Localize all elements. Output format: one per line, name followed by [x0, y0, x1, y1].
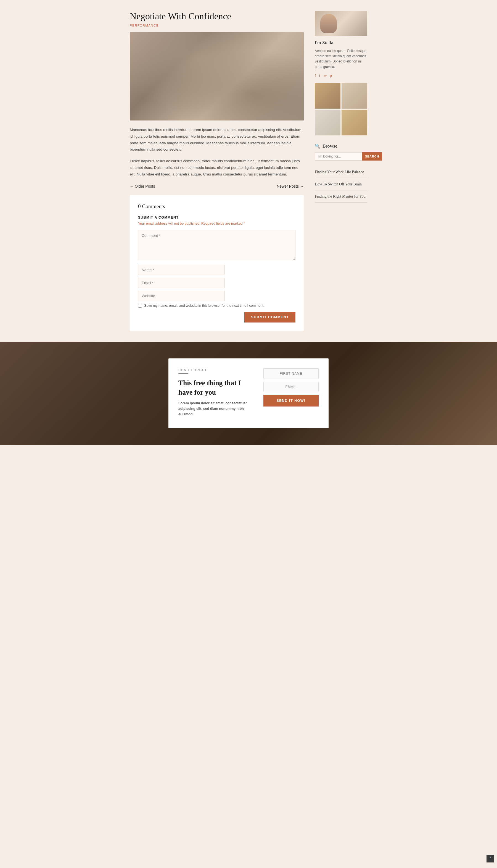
older-posts-link[interactable]: ← Older Posts: [130, 184, 155, 189]
pinterest-icon[interactable]: p: [330, 73, 332, 78]
profile-name: I'm Stella: [315, 40, 367, 45]
newsletter-heading: This free thing that I have for you: [179, 378, 255, 397]
sidebar-link-item-2: How To Switch Off Your Brain: [315, 178, 367, 190]
grid-photo-1: [315, 83, 340, 109]
name-input[interactable]: [138, 265, 225, 275]
browse-section: 🔍 Browse: [315, 141, 367, 149]
main-content: Negotiate With Confidence PERFORMANCE Ma…: [130, 11, 304, 342]
sidebar-link-2[interactable]: How To Switch Off Your Brain: [315, 182, 362, 186]
comment-form: Save my name, email, and website in this…: [138, 230, 296, 322]
website-input[interactable]: [138, 291, 225, 301]
grid-photo-4: [342, 110, 367, 135]
post-hero-image: [130, 32, 304, 121]
newer-posts-link[interactable]: Newer Posts →: [277, 184, 304, 189]
newsletter-right: SEND IT NOW!: [264, 368, 318, 407]
twitter-icon[interactable]: t: [319, 73, 320, 78]
grid-photo-3: [315, 110, 340, 135]
submit-comment-heading: SUBMIT A COMMENT: [138, 216, 296, 219]
newsletter-label: DON'T FORGET: [179, 368, 255, 372]
post-image-container: [130, 32, 304, 121]
instagram-icon[interactable]: ▱: [324, 73, 327, 78]
comments-count: 0 Comments: [138, 203, 296, 209]
sidebar-link-item-3: Finding the Right Mentor for You: [315, 190, 367, 203]
sidebar-link-3[interactable]: Finding the Right Mentor for You: [315, 194, 366, 198]
browse-title: Browse: [323, 143, 337, 149]
post-title: Negotiate With Confidence: [130, 11, 304, 22]
newsletter-send-button[interactable]: SEND IT NOW!: [264, 395, 318, 407]
comment-textarea[interactable]: [138, 230, 296, 260]
search-icon: 🔍: [315, 143, 320, 149]
post-category: PERFORMANCE: [130, 24, 304, 27]
social-icons: f t ▱ p: [315, 73, 367, 78]
grid-photo-2: [342, 83, 367, 109]
page-wrapper: Negotiate With Confidence PERFORMANCE Ma…: [124, 0, 373, 342]
sidebar-link-1[interactable]: Finding Your Work Life Balance: [315, 170, 364, 174]
facebook-icon[interactable]: f: [315, 73, 316, 78]
post-paragraph-1: Maecenas faucibus mollis interdum. Lorem…: [130, 127, 304, 153]
newsletter-description: Lorem ipsum dolor sit amet, consectetuer…: [179, 401, 255, 417]
newsletter-left: DON'T FORGET This free thing that I have…: [179, 368, 255, 417]
newsletter-section: DON'T FORGET This free thing that I have…: [0, 342, 497, 445]
sidebar: I'm Stella Aenean eu leo quam. Pellentes…: [315, 11, 367, 342]
save-checkbox[interactable]: [138, 304, 142, 307]
profile-image: [315, 11, 367, 36]
post-paragraph-2: Fusce dapibus, tellus ac cursus commodo,…: [130, 158, 304, 177]
search-row: SEARCH: [315, 152, 367, 161]
search-input[interactable]: [315, 152, 362, 161]
sidebar-links: Finding Your Work Life Balance How To Sw…: [315, 166, 367, 203]
newsletter-firstname-input[interactable]: [264, 368, 318, 379]
save-label: Save my name, email, and website in this…: [144, 304, 264, 307]
submit-comment-button[interactable]: SUBMIT COMMENT: [244, 312, 296, 322]
comment-notice: Your email address will not be published…: [138, 222, 296, 225]
post-navigation: ← Older Posts Newer Posts →: [130, 184, 304, 189]
newsletter-card: DON'T FORGET This free thing that I have…: [168, 358, 329, 428]
comments-section: 0 Comments SUBMIT A COMMENT Your email a…: [130, 195, 304, 331]
newsletter-divider: [179, 373, 188, 374]
profile-bio: Aenean eu leo quam. Pellentesque ornare …: [315, 49, 367, 70]
sidebar-link-item-1: Finding Your Work Life Balance: [315, 166, 367, 178]
post-body: Maecenas faucibus mollis interdum. Lorem…: [130, 127, 304, 177]
save-checkbox-row: Save my name, email, and website in this…: [138, 304, 296, 307]
sidebar-photo-grid: [315, 83, 367, 135]
newsletter-email-input[interactable]: [264, 382, 318, 392]
search-button[interactable]: SEARCH: [362, 152, 382, 161]
email-input[interactable]: [138, 278, 225, 288]
